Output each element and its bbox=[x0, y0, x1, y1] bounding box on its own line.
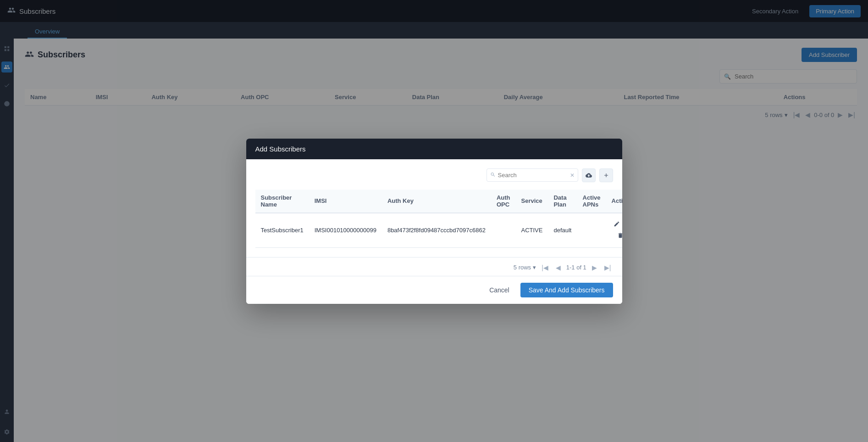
modal-toolbar: ✕ bbox=[255, 168, 613, 182]
modal-table-row: TestSubscriber1 IMSI001010000000099 8baf… bbox=[255, 213, 622, 248]
modal-overlay: Add Subscribers ✕ bbox=[0, 0, 868, 442]
modal-title: Add Subscribers bbox=[255, 145, 306, 153]
modal-pagination-prev[interactable]: ◀ bbox=[554, 263, 563, 272]
modal-pagination: 5 rows ▾ |◀ ◀ 1-1 of 1 ▶ ▶| bbox=[246, 257, 622, 276]
modal-cell-auth-opc bbox=[491, 213, 516, 248]
save-and-add-button[interactable]: Save And Add Subscribers bbox=[520, 283, 613, 297]
modal-search-clear-icon[interactable]: ✕ bbox=[570, 172, 575, 179]
modal-rows-label: 5 rows bbox=[514, 264, 531, 271]
modal-cell-imsi: IMSI001010000000099 bbox=[309, 213, 382, 248]
add-subscribers-modal: Add Subscribers ✕ bbox=[246, 139, 622, 304]
modal-header: Add Subscribers bbox=[246, 139, 622, 159]
edit-row-button[interactable] bbox=[612, 219, 622, 230]
delete-row-button[interactable] bbox=[615, 230, 622, 242]
modal-pagination-count: 1-1 of 1 bbox=[566, 264, 586, 271]
modal-col-auth-opc: Auth OPC bbox=[491, 190, 516, 213]
modal-cell-subscriber-name: TestSubscriber1 bbox=[255, 213, 309, 248]
modal-search-input[interactable] bbox=[487, 168, 578, 182]
modal-rows-chevron: ▾ bbox=[533, 264, 536, 271]
modal-cell-actions: Edit bbox=[606, 213, 622, 248]
modal-col-actions: Actions bbox=[606, 190, 622, 213]
modal-cell-data-plan: default bbox=[548, 213, 577, 248]
modal-pagination-first[interactable]: |◀ bbox=[540, 263, 550, 272]
modal-col-service: Service bbox=[515, 190, 548, 213]
modal-footer: Cancel Save And Add Subscribers bbox=[246, 276, 622, 304]
cancel-button[interactable]: Cancel bbox=[484, 283, 515, 297]
add-icon-button[interactable] bbox=[599, 168, 613, 182]
modal-cell-service: ACTIVE bbox=[515, 213, 548, 248]
upload-icon-button[interactable] bbox=[582, 168, 596, 182]
modal-search-wrap: ✕ bbox=[487, 168, 578, 182]
modal-col-data-plan: Data Plan bbox=[548, 190, 577, 213]
modal-rows-select[interactable]: 5 rows ▾ bbox=[514, 264, 536, 271]
modal-search-icon bbox=[490, 172, 496, 179]
modal-col-auth-key: Auth Key bbox=[382, 190, 491, 213]
modal-pagination-last[interactable]: ▶| bbox=[603, 263, 613, 272]
modal-col-active-apns: Active APNs bbox=[577, 190, 606, 213]
modal-col-subscriber-name: Subscriber Name bbox=[255, 190, 309, 213]
modal-cell-auth-key: 8baf473f2f8fd09487cccbd7097c6862 bbox=[382, 213, 491, 248]
modal-table: Subscriber Name IMSI Auth Key Auth OPC S… bbox=[255, 190, 622, 248]
modal-pagination-next[interactable]: ▶ bbox=[590, 263, 599, 272]
modal-cell-active-apns bbox=[577, 213, 606, 248]
modal-body: ✕ Subscriber Name IMSI Auth Key Auth OPC bbox=[246, 159, 622, 257]
modal-col-imsi: IMSI bbox=[309, 190, 382, 213]
